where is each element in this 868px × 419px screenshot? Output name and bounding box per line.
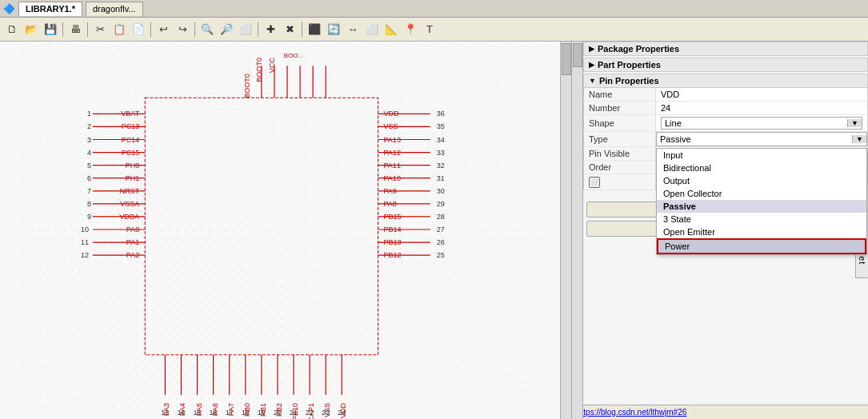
part-properties-header[interactable]: ▶ Part Properties — [583, 58, 868, 72]
status-bar[interactable]: https://blog.csdn.net/lthwjm#26 — [572, 405, 868, 419]
pin-properties-table: Name Number Shape — [583, 88, 868, 190]
toolbar-btn-open[interactable]: 📂 — [22, 21, 40, 38]
toolbar-btn-delete[interactable]: ✖ — [281, 21, 298, 38]
svg-text:14: 14 — [177, 409, 185, 417]
shape-value-text: Line — [662, 118, 847, 129]
svg-text:18: 18 — [242, 409, 250, 417]
toolbar-btn-select[interactable]: ⬜ — [363, 21, 381, 38]
type-label-cell: Type — [584, 132, 656, 147]
svg-text:36: 36 — [437, 110, 445, 118]
type-select-container[interactable]: Passive ▼ — [656, 132, 867, 146]
toolbar-btn-add[interactable]: ✚ — [262, 21, 279, 38]
type-option-open-emitter[interactable]: Open Emitter — [657, 225, 866, 238]
svg-text:34: 34 — [437, 136, 445, 144]
type-option-open-collector[interactable]: Open Collector — [657, 187, 866, 200]
left-scroll-thumb[interactable] — [573, 43, 582, 67]
type-option-3state[interactable]: 3 State — [657, 213, 866, 225]
tab-library[interactable]: LIBRARY1.* — [18, 2, 82, 16]
toolbar-btn-zoom-fit[interactable]: ⬜ — [237, 21, 254, 38]
toolbar-sep-3 — [150, 22, 151, 37]
svg-text:PA13: PA13 — [384, 136, 401, 144]
svg-text:PC14: PC14 — [122, 136, 140, 144]
toolbar-sep-2 — [87, 22, 88, 37]
number-value-input[interactable] — [661, 103, 862, 113]
toolbar-btn-text[interactable]: T — [421, 21, 438, 38]
schematic-canvas[interactable]: BOOT0 VCC VBAT 1 PC13 2 PC14 3 — [0, 42, 572, 419]
svg-text:32: 32 — [437, 162, 445, 170]
svg-text:PA11: PA11 — [384, 162, 401, 170]
name-value-input[interactable] — [661, 90, 862, 99]
number-value-cell — [656, 102, 868, 115]
svg-text:28: 28 — [437, 213, 445, 221]
svg-text:PA2: PA2 — [126, 251, 139, 259]
type-option-bidirectional[interactable]: Bidirectional — [657, 162, 866, 174]
toolbar-btn-pin[interactable]: 📍 — [402, 21, 419, 38]
vertical-scrollbar[interactable] — [560, 42, 571, 419]
part-properties-arrow: ▶ — [589, 61, 594, 69]
svg-text:8: 8 — [87, 200, 91, 208]
type-option-input[interactable]: Input — [657, 149, 866, 162]
shape-select-container[interactable]: Line ▼ — [661, 117, 862, 130]
svg-text:BOOT0: BOOT0 — [243, 74, 251, 98]
type-option-passive[interactable]: Passive — [657, 200, 866, 213]
package-properties-header[interactable]: ▶ Package Properties — [583, 42, 868, 56]
name-label-cell: Name — [584, 88, 656, 102]
toolbar-btn-undo[interactable]: ↩ — [154, 21, 172, 38]
svg-text:30: 30 — [437, 187, 445, 195]
svg-text:PC15: PC15 — [122, 149, 140, 157]
svg-text:11: 11 — [81, 238, 89, 246]
toolbar-btn-redo[interactable]: ↪ — [174, 21, 191, 38]
toolbar-btn-mirror[interactable]: ↔ — [344, 21, 362, 38]
svg-text:31: 31 — [437, 174, 445, 182]
svg-text:4: 4 — [87, 149, 91, 157]
svg-text:PA10: PA10 — [384, 174, 401, 182]
toolbar-btn-rotate[interactable]: 🔄 — [325, 21, 342, 38]
part-properties-section: ▶ Part Properties — [583, 58, 868, 72]
number-label-cell: Number — [584, 102, 656, 115]
svg-text:VSS: VSS — [384, 122, 398, 130]
tab-dragonfly[interactable]: dragonflv... — [86, 2, 143, 16]
svg-text:6: 6 — [87, 174, 91, 182]
toolbar-btn-save[interactable]: 💾 — [42, 21, 59, 38]
svg-text:BOO...: BOO... — [284, 52, 303, 59]
number-row: Number — [584, 102, 868, 115]
type-option-power[interactable]: Power — [657, 238, 866, 254]
left-scrollbar[interactable] — [572, 42, 583, 419]
toolbar-btn-wire[interactable]: 📐 — [382, 21, 400, 38]
toolbar-btn-print[interactable]: 🖶 — [66, 21, 84, 38]
svg-text:26: 26 — [437, 238, 445, 246]
svg-text:VBAT: VBAT — [121, 110, 139, 118]
toolbar-sep-6 — [302, 22, 302, 37]
properties-content: ▶ Package Properties ▶ Part Properties ▼… — [583, 42, 868, 419]
svg-text:27: 27 — [437, 225, 445, 233]
order-radio-icon[interactable]: ⬜ — [589, 177, 600, 188]
toolbar-sep-5 — [258, 22, 258, 37]
svg-text:2: 2 — [87, 122, 91, 130]
type-option-output[interactable]: Output — [657, 174, 866, 187]
svg-text:NRST: NRST — [120, 187, 140, 195]
svg-text:PB14: PB14 — [384, 225, 402, 233]
package-properties-label: Package Properties — [598, 44, 679, 54]
shape-dropdown-btn[interactable]: ▼ — [847, 119, 862, 127]
toolbar-btn-move[interactable]: ⬛ — [306, 21, 323, 38]
toolbar-btn-zoom-out[interactable]: 🔎 — [218, 21, 235, 38]
toolbar-btn-zoom-in[interactable]: 🔍 — [198, 21, 216, 38]
svg-text:PA9: PA9 — [384, 187, 397, 195]
scroll-thumb[interactable] — [562, 43, 571, 75]
svg-text:17: 17 — [226, 409, 234, 417]
toolbar-btn-copy[interactable]: 📋 — [110, 21, 128, 38]
toolbar-btn-new[interactable]: 🗋 — [3, 21, 21, 38]
svg-text:1: 1 — [87, 110, 91, 118]
svg-text:5: 5 — [87, 162, 91, 170]
svg-text:PB13: PB13 — [384, 238, 402, 246]
toolbar-btn-cut[interactable]: ✂ — [91, 21, 109, 38]
pin-visible-label-cell: Pin Visible — [584, 147, 656, 161]
svg-text:PH1: PH1 — [126, 174, 140, 182]
right-panel: ▶ Package Properties ▶ Part Properties ▼… — [572, 42, 868, 419]
svg-text:PA0: PA0 — [126, 225, 139, 233]
type-dropdown-btn[interactable]: ▼ — [852, 135, 866, 143]
pin-properties-header[interactable]: ▼ Pin Properties — [583, 74, 868, 88]
toolbar-btn-paste[interactable]: 📄 — [130, 21, 147, 38]
svg-text:35: 35 — [437, 122, 445, 130]
status-url[interactable]: https://blog.csdn.net/lthwjm#26 — [577, 408, 686, 417]
